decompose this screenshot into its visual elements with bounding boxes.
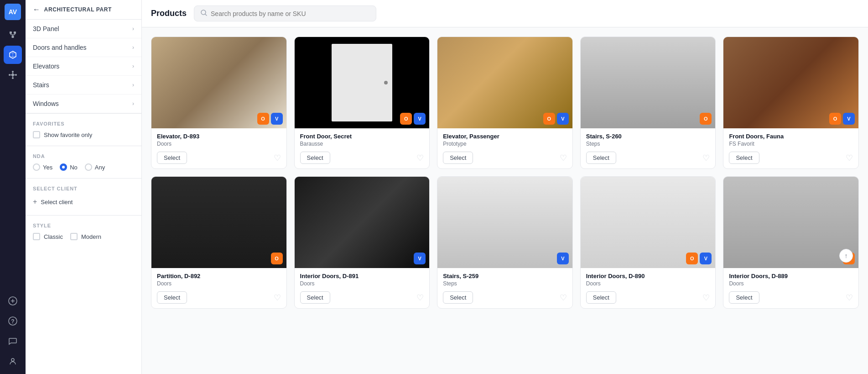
badge-blue: V <box>557 113 569 125</box>
modern-checkbox[interactable] <box>70 233 78 240</box>
heart-icon[interactable]: ♡ <box>560 293 567 303</box>
product-image: O ↑ <box>723 177 858 268</box>
badge-orange: O <box>271 253 283 264</box>
show-favorite-row[interactable]: Show favorite only <box>33 131 134 138</box>
nda-any-radio[interactable] <box>85 163 92 171</box>
select-button[interactable]: Select <box>300 152 330 164</box>
select-button[interactable]: Select <box>157 152 187 164</box>
classic-checkbox[interactable] <box>33 233 40 240</box>
style-options: Classic Modern <box>33 233 134 240</box>
select-button[interactable]: Select <box>586 152 616 164</box>
select-button[interactable]: Select <box>443 291 473 304</box>
product-name: Interior Doors, D-890 <box>586 273 710 279</box>
chevron-icon: › <box>132 26 134 32</box>
select-client-button[interactable]: + Select client <box>33 196 134 208</box>
sidebar-nav-item[interactable]: 3D Panel› <box>26 20 141 38</box>
plus-icon: + <box>33 198 37 206</box>
user-bottom-icon[interactable] <box>4 352 22 370</box>
product-grid: OV Elevator, D-893 Doors Select ♡ OV Fro… <box>142 27 868 374</box>
icon-bar: AV <box>0 0 26 374</box>
svg-rect-2 <box>12 36 14 38</box>
select-button[interactable]: Select <box>157 291 187 304</box>
search-bar[interactable] <box>194 5 376 21</box>
search-input[interactable] <box>211 10 369 17</box>
svg-point-10 <box>9 74 10 76</box>
sidebar-nav-item[interactable]: Doors and handles› <box>26 38 141 57</box>
chevron-icon: › <box>132 100 134 107</box>
product-image: OV <box>151 37 286 128</box>
heart-icon[interactable]: ♡ <box>560 153 567 163</box>
product-name: Front Doors, Fauna <box>729 133 853 140</box>
product-badges: V <box>557 253 569 264</box>
nda-any[interactable]: Any <box>85 163 105 171</box>
product-actions: Select ♡ <box>729 152 853 164</box>
select-client-btn-label: Select client <box>41 199 73 205</box>
product-badges: OV <box>257 113 283 125</box>
product-name: Stairs, S-259 <box>443 273 567 279</box>
product-sub: Barausse <box>300 141 424 147</box>
heart-icon[interactable]: ♡ <box>274 153 281 163</box>
nda-yes-radio[interactable] <box>33 163 40 171</box>
heart-icon[interactable]: ♡ <box>702 153 710 163</box>
product-image: OV <box>723 37 858 128</box>
product-name: Interior Doors, D-889 <box>729 273 853 279</box>
heart-icon[interactable]: ♡ <box>702 293 710 303</box>
select-button[interactable]: Select <box>586 291 616 304</box>
back-navigation[interactable]: ← ARCHITECTURAL PART <box>26 0 141 20</box>
product-info: Elevator, D-893 Doors Select ♡ <box>151 128 286 169</box>
scroll-to-top[interactable]: ↑ <box>839 249 853 263</box>
avatar: AV <box>5 4 21 20</box>
heart-icon[interactable]: ♡ <box>274 293 281 303</box>
favorites-section: FAVORITES Show favorite only <box>26 113 141 146</box>
sidebar-nav-item[interactable]: Stairs› <box>26 76 141 95</box>
cube-icon[interactable] <box>4 46 22 64</box>
product-card: OV Elevator, D-893 Doors Select ♡ <box>151 37 287 169</box>
product-info: Stairs, S-260 Steps Select ♡ <box>581 128 716 169</box>
show-favorite-checkbox[interactable] <box>33 131 40 138</box>
product-info: Partition, D-892 Doors Select ♡ <box>151 268 286 308</box>
nda-yes[interactable]: Yes <box>33 163 52 171</box>
heart-icon[interactable]: ♡ <box>846 153 853 163</box>
chat-icon[interactable] <box>4 332 22 350</box>
nda-no-radio[interactable] <box>60 163 67 171</box>
select-button[interactable]: Select <box>443 152 473 164</box>
product-card: O Stairs, S-260 Steps Select ♡ <box>580 37 716 169</box>
product-name: Partition, D-892 <box>157 273 281 279</box>
product-badges: OV <box>829 113 855 125</box>
product-sub: FS Favorit <box>729 141 853 147</box>
product-sub: Doors <box>157 280 281 287</box>
select-button[interactable]: Select <box>300 291 330 304</box>
nda-radio-group: Yes No Any <box>33 163 134 171</box>
product-card: V Interior Doors, D-891 Doors Select ♡ <box>294 176 430 309</box>
style-modern[interactable]: Modern <box>70 233 101 240</box>
select-button[interactable]: Select <box>729 152 759 164</box>
heart-icon[interactable]: ♡ <box>846 293 853 303</box>
help-icon[interactable]: ? <box>4 312 22 330</box>
svg-point-21 <box>11 358 14 361</box>
heart-icon[interactable]: ♡ <box>416 153 424 163</box>
nda-label: NDA <box>33 153 134 159</box>
style-classic[interactable]: Classic <box>33 233 63 240</box>
heart-icon[interactable]: ♡ <box>416 293 424 303</box>
sidebar: ← ARCHITECTURAL PART 3D Panel›Doors and … <box>26 0 142 374</box>
product-card: OV Front Doors, Fauna FS Favorit Select … <box>723 37 859 169</box>
nda-no[interactable]: No <box>60 163 78 171</box>
chevron-icon: › <box>132 63 134 69</box>
chevron-icon: › <box>132 44 134 51</box>
badge-orange: O <box>686 253 698 264</box>
product-name: Interior Doors, D-891 <box>300 273 424 279</box>
badge-blue: V <box>843 113 855 125</box>
sidebar-nav-item[interactable]: Windows› <box>26 95 141 113</box>
add-circle-icon[interactable] <box>4 292 22 310</box>
product-image: O <box>151 177 286 268</box>
page-title: Products <box>151 9 187 18</box>
product-sub: Prototype <box>443 141 567 147</box>
select-button[interactable]: Select <box>729 291 759 304</box>
network-icon[interactable] <box>4 66 22 84</box>
hierarchy-icon[interactable] <box>4 26 22 44</box>
product-actions: Select ♡ <box>443 152 567 164</box>
product-image: O <box>581 37 716 128</box>
product-sub: Doors <box>300 280 424 287</box>
search-icon <box>201 10 207 17</box>
sidebar-nav-item[interactable]: Elevators› <box>26 57 141 76</box>
